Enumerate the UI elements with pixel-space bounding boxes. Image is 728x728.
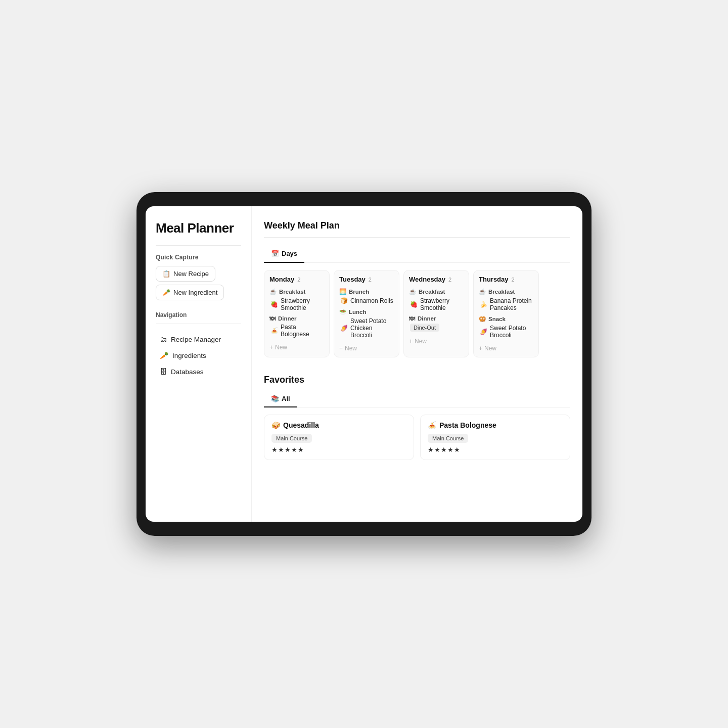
fav-card-title-quesadilla: 🥪 Quesadilla (271, 421, 406, 429)
weekly-meal-plan-title: Weekly Meal Plan (264, 220, 570, 231)
meal-type-label-dinner: Dinner (278, 315, 296, 322)
day-count-tuesday: 2 (369, 277, 372, 283)
smoothie-icon-wed: 🍓 (410, 301, 418, 308)
pasta-fav-icon: 🍝 (428, 421, 436, 429)
sweet-potato-icon: 🍠 (340, 325, 348, 332)
page-title: Meal Planner (156, 220, 241, 236)
tab-days[interactable]: 📅 Days (264, 246, 304, 263)
day-header-monday: Monday 2 (269, 276, 324, 283)
fav-card-pasta[interactable]: 🍝 Pasta Bolognese Main Course ★★★★★ (420, 415, 570, 460)
day-column-tuesday: Tuesday 2 🌅 Brunch 🍞 Cinnamon (334, 270, 399, 357)
sidebar-item-label-databases: Databases (171, 368, 204, 376)
add-new-monday[interactable]: + New (269, 342, 324, 353)
meal-name-wednesday-breakfast[interactable]: 🍓 Strawberry Smoothie (409, 297, 464, 311)
meal-block-monday-dinner: 🍽 Dinner 🍝 Pasta Bolognese (269, 315, 324, 338)
nav-divider (156, 324, 241, 324)
new-ingredient-button[interactable]: 🥕 New Ingredient (156, 285, 224, 300)
add-new-wednesday[interactable]: + New (409, 336, 464, 347)
meal-type-monday-dinner: 🍽 Dinner (269, 315, 324, 322)
folder-icon: 🗂 (160, 335, 167, 343)
favorites-title: Favorites (264, 375, 570, 385)
weekly-meal-plan-section: Weekly Meal Plan 📅 Days Monday (264, 220, 570, 360)
meal-name-wednesday-dinner[interactable]: Dine-Out (409, 324, 464, 332)
fav-card-title-pasta: 🍝 Pasta Bolognese (428, 421, 563, 429)
day-count-monday: 2 (297, 277, 300, 283)
favorites-tabs: 📚 All (264, 391, 570, 407)
weekly-plan-divider (264, 237, 570, 238)
calendar-grid: Monday 2 ☕ Breakfast 🍓 Strawbe (264, 270, 570, 360)
sidebar: Meal Planner Quick Capture 📋 New Recipe … (146, 206, 252, 522)
add-new-thursday[interactable]: + New (479, 343, 533, 354)
snack-icon: 🥨 (479, 315, 486, 323)
sweet-potato-icon-thu: 🍠 (480, 328, 487, 335)
day-count-thursday: 2 (512, 277, 515, 283)
new-ingredient-label: New Ingredient (173, 289, 217, 296)
stack-icon: 📚 (271, 395, 279, 402)
new-recipe-button[interactable]: 📋 New Recipe (156, 266, 215, 282)
meal-type-wednesday-breakfast: ☕ Breakfast (409, 288, 464, 295)
fav-name-pasta: Pasta Bolognese (439, 421, 496, 429)
meal-name-monday-dinner[interactable]: 🍝 Pasta Bolognese (269, 324, 324, 338)
meal-block-thursday-snack: 🥨 Snack 🍠 Sweet Potato Broccoli (479, 315, 533, 339)
breakfast-icon-thu: ☕ (479, 288, 486, 295)
navigation-label: Navigation (156, 311, 241, 318)
meal-name-tuesday-lunch[interactable]: 🍠 Sweet Potato Chicken Broccoli (339, 317, 394, 339)
all-tab-label: All (282, 395, 290, 402)
days-tab-label: Days (282, 250, 297, 257)
day-name-monday: Monday (269, 276, 294, 283)
fav-badge-quesadilla: Main Course (271, 434, 312, 443)
tablet-screen: Meal Planner Quick Capture 📋 New Recipe … (146, 206, 582, 522)
meal-type-thursday-snack: 🥨 Snack (479, 315, 533, 323)
plus-icon-tuesday: + (339, 345, 343, 352)
fav-name-quesadilla: Quesadilla (283, 421, 319, 429)
favorites-section: Favorites 📚 All 🥪 Quesadilla (264, 375, 570, 460)
plus-icon-monday: + (269, 344, 273, 351)
day-column-thursday: Thursday 2 ☕ Breakfast 🍌 Banan (473, 270, 539, 357)
quesadilla-icon: 🥪 (271, 421, 280, 429)
day-name-thursday: Thursday (479, 276, 509, 283)
sidebar-item-recipe-manager[interactable]: 🗂 Recipe Manager (156, 332, 241, 346)
meal-name-thursday-breakfast[interactable]: 🍌 Banana Protein Pancakes (479, 297, 533, 311)
brunch-icon: 🌅 (339, 288, 346, 295)
nav-items: 🗂 Recipe Manager 🥕 Ingredients 🗄 Databas… (156, 332, 241, 379)
dine-out-tag: Dine-Out (410, 324, 439, 332)
meal-block-monday-breakfast: ☕ Breakfast 🍓 Strawberry Smoothie (269, 288, 324, 311)
day-header-thursday: Thursday 2 (479, 276, 533, 283)
meal-type-label: Breakfast (279, 289, 305, 295)
plus-icon-wednesday: + (409, 338, 413, 345)
dinner-icon-monday: 🍽 (269, 315, 276, 322)
add-new-tuesday[interactable]: + New (339, 343, 394, 354)
meal-name-monday-breakfast[interactable]: 🍓 Strawberry Smoothie (269, 297, 324, 311)
meal-name-tuesday-brunch[interactable]: 🍞 Cinnamon Rolls (339, 297, 394, 304)
day-column-monday: Monday 2 ☕ Breakfast 🍓 Strawbe (264, 270, 330, 357)
fav-stars-pasta: ★★★★★ (428, 446, 563, 453)
calendar-tab-icon: 📅 (271, 250, 279, 257)
lunch-icon: 🥗 (339, 308, 346, 315)
breakfast-icon-wed: ☕ (409, 288, 416, 295)
sidebar-divider (156, 245, 241, 246)
meal-block-tuesday-brunch: 🌅 Brunch 🍞 Cinnamon Rolls (339, 288, 394, 304)
meal-block-thursday-breakfast: ☕ Breakfast 🍌 Banana Protein Pancakes (479, 288, 533, 311)
banana-icon: 🍌 (480, 301, 487, 308)
quick-capture-buttons: 📋 New Recipe 🥕 New Ingredient (156, 266, 241, 300)
tab-all[interactable]: 📚 All (264, 391, 297, 407)
recipe-icon: 📋 (162, 270, 170, 278)
fav-card-quesadilla[interactable]: 🥪 Quesadilla Main Course ★★★★★ (264, 415, 414, 460)
cinnamon-icon: 🍞 (340, 297, 348, 304)
tablet-frame: Meal Planner Quick Capture 📋 New Recipe … (136, 192, 592, 536)
meal-name-thursday-snack[interactable]: 🍠 Sweet Potato Broccoli (479, 325, 533, 339)
carrot-icon: 🥕 (160, 351, 168, 359)
sidebar-item-label-ingredients: Ingredients (172, 352, 206, 359)
sidebar-item-ingredients[interactable]: 🥕 Ingredients (156, 348, 241, 362)
favorites-grid: 🥪 Quesadilla Main Course ★★★★★ 🍝 Pasta B… (264, 415, 570, 460)
main-content: Weekly Meal Plan 📅 Days Monday (252, 206, 582, 522)
fav-badge-pasta: Main Course (428, 434, 468, 443)
day-header-tuesday: Tuesday 2 (339, 276, 394, 283)
app-content: Meal Planner Quick Capture 📋 New Recipe … (146, 206, 582, 522)
sidebar-item-databases[interactable]: 🗄 Databases (156, 365, 241, 379)
meal-type-monday-breakfast: ☕ Breakfast (269, 288, 324, 295)
plus-icon-thursday: + (479, 345, 482, 352)
meal-type-thursday-breakfast: ☕ Breakfast (479, 288, 533, 295)
pasta-icon: 🍝 (270, 327, 278, 334)
breakfast-icon: ☕ (269, 288, 277, 295)
